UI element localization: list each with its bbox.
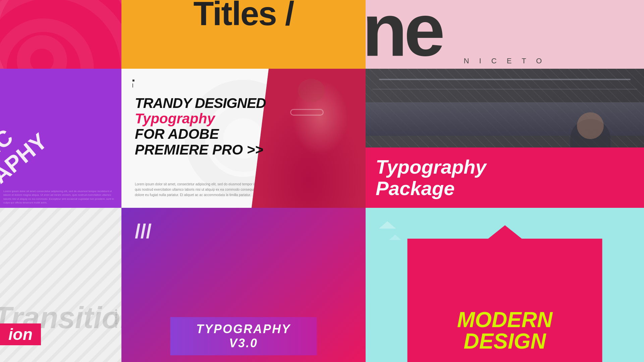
hair-detail xyxy=(298,79,325,102)
cell-r2c3: TypographyPackage xyxy=(366,69,644,208)
pink-inner-box: MODERN DESIGN xyxy=(408,239,602,362)
person-head-car xyxy=(577,112,604,139)
small-triangle-2 xyxy=(389,235,401,240)
cell-r1c1 xyxy=(0,0,121,69)
nice-to-text: N I C E T O xyxy=(366,57,644,65)
small-triangle-1 xyxy=(379,221,396,229)
car-line-1 xyxy=(379,79,631,80)
marker-dot: ■| xyxy=(132,78,135,87)
main-content-block: TRANDY DESIGNED Typography FOR ADOBE PRE… xyxy=(135,96,266,158)
cell-r3c1: Transition ion onestudio xyxy=(0,208,121,362)
main-grid: Titles / ne N I C E T O RIC RAPHY Lorem … xyxy=(0,0,644,362)
trendy-line1: TRANDY DESIGNED xyxy=(135,96,266,111)
pink-typography-box: TypographyPackage xyxy=(366,147,644,208)
titles-heading: Titles / xyxy=(194,0,294,30)
woman-photo xyxy=(252,69,366,208)
triangle-up xyxy=(488,225,522,239)
car-line-2 xyxy=(372,89,637,89)
slash-marks: /// xyxy=(135,221,152,241)
cell-r2c2: ■| TRANDY DESIGNED Typography FOR ADOBE … xyxy=(121,69,366,208)
glasses-detail xyxy=(290,109,324,116)
pink-ion-tag: ion xyxy=(0,323,41,345)
cell-r3c3: MODERN DESIGN xyxy=(366,208,644,362)
cell-r3c2: /// TYPOGRAPHY V3.0 xyxy=(121,208,366,362)
typography-v3-box: TYPOGRAPHY V3.0 xyxy=(170,317,317,355)
typography-v3-text: TYPOGRAPHY V3.0 xyxy=(180,322,307,350)
small-text-overlay: Lorem ipsum dolor sit amet consectetur a… xyxy=(0,189,121,204)
cell-r2c1: RIC RAPHY Lorem ipsum dolor sit amet con… xyxy=(0,69,121,208)
studio-watermark: onestudio xyxy=(115,309,118,328)
cell-r1c3: ne N I C E T O xyxy=(366,0,644,69)
trendy-line3: FOR ADOBE xyxy=(135,126,266,142)
trendy-line4: PREMIERE PRO >> xyxy=(135,142,266,158)
typography-package-text: TypographyPackage xyxy=(376,156,486,199)
woman-photo-inner xyxy=(252,69,366,208)
modern-text: MODERN xyxy=(457,309,552,330)
design-text: DESIGN xyxy=(464,330,546,352)
trendy-line2: Typography xyxy=(135,111,266,126)
cell-r1c2: Titles / xyxy=(121,0,366,69)
